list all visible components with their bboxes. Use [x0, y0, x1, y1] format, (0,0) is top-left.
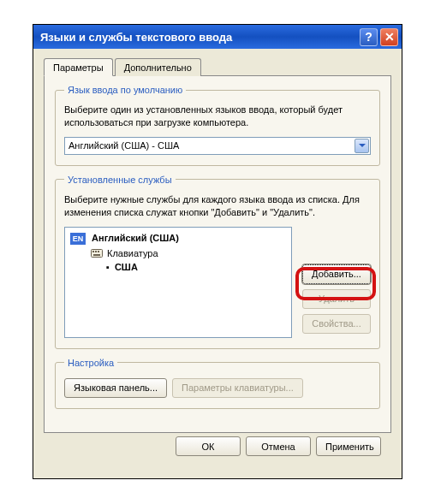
default-lang-combo[interactable]: Английский (США) - США: [64, 137, 371, 155]
properties-button: Свойства...: [302, 314, 371, 334]
svg-rect-4: [93, 254, 100, 256]
remove-button: Удалить: [302, 289, 371, 309]
apply-button[interactable]: Применить: [316, 436, 381, 456]
tab-panel: Язык ввода по умолчанию Выберите один из…: [44, 75, 391, 433]
settings-row: Языковая панель... Параметры клавиатуры.…: [64, 378, 371, 398]
services-listbox[interactable]: EN Английский (США): [64, 227, 292, 338]
installed-desc: Выберите нужные службы для каждого языка…: [64, 193, 371, 220]
svg-rect-1: [92, 251, 94, 252]
legend-installed: Установленные службы: [64, 175, 176, 185]
lang-panel-button[interactable]: Языковая панель...: [64, 378, 167, 398]
fieldset-settings: Настройка Языковая панель... Параметры к…: [55, 358, 380, 409]
kb-params-button: Параметры клавиатуры...: [172, 378, 303, 398]
tree-lang-name: Английский (США): [92, 233, 179, 243]
dialog-body: Параметры Дополнительно Язык ввода по ум…: [33, 49, 402, 466]
tree-language-row[interactable]: EN Английский (США): [70, 233, 286, 245]
close-button[interactable]: ✕: [380, 28, 398, 46]
side-buttons: Добавить... Удалить Свойства...: [302, 264, 371, 334]
tab-parameters[interactable]: Параметры: [44, 58, 113, 76]
chevron-down-icon[interactable]: [355, 139, 369, 153]
titlebar[interactable]: Языки и службы текстового ввода ? ✕: [33, 25, 402, 49]
keyboard-icon: [91, 249, 103, 258]
tab-strip: Параметры Дополнительно: [44, 58, 391, 76]
tree-keyboard-label: Клавиатура: [107, 248, 158, 258]
ok-button[interactable]: ОК: [176, 436, 241, 456]
window-title: Языки и службы текстового ввода: [40, 31, 360, 44]
dialog-buttons: ОК Отмена Применить: [44, 433, 391, 456]
svg-rect-2: [95, 251, 97, 252]
cancel-button[interactable]: Отмена: [246, 436, 311, 456]
dialog-window: Языки и службы текстового ввода ? ✕ Пара…: [33, 24, 402, 479]
legend-default-lang: Язык ввода по умолчанию: [64, 85, 186, 95]
default-lang-value: Английский (США) - США: [69, 140, 179, 151]
tab-advanced[interactable]: Дополнительно: [115, 58, 201, 76]
svg-rect-0: [92, 249, 103, 257]
legend-settings: Настройка: [64, 358, 117, 368]
svg-rect-3: [98, 251, 99, 252]
tree-layout[interactable]: США: [106, 262, 286, 272]
help-button[interactable]: ?: [360, 28, 378, 46]
fieldset-installed: Установленные службы Выберите нужные слу…: [55, 175, 380, 349]
add-button[interactable]: Добавить...: [302, 264, 371, 284]
titlebar-buttons: ? ✕: [360, 28, 398, 46]
default-lang-desc: Выберите один из установленных языков вв…: [64, 104, 371, 130]
tree-keyboard-row[interactable]: Клавиатура: [91, 248, 286, 258]
fieldset-default-lang: Язык ввода по умолчанию Выберите один из…: [55, 85, 380, 166]
lang-badge-icon: EN: [70, 233, 86, 245]
